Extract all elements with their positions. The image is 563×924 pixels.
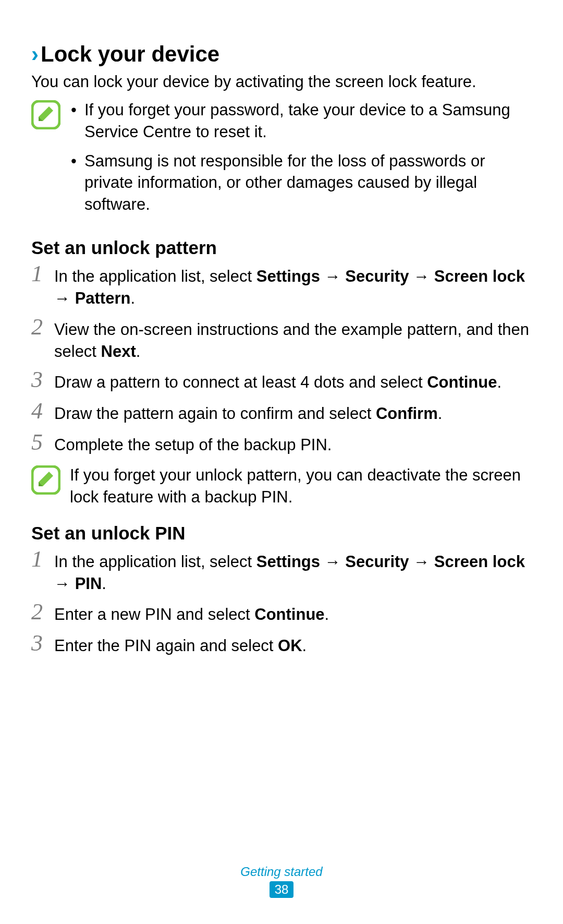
step-text: Enter a new PIN and select Continue. — [54, 603, 532, 626]
subsection-heading: Set an unlock PIN — [31, 523, 532, 544]
step-item: 3 Enter the PIN again and select OK. — [31, 634, 532, 657]
section-title: Lock your device — [41, 42, 219, 67]
document-page: › Lock your device You can lock your dev… — [0, 0, 563, 924]
step-text: Draw the pattern again to confirm and se… — [54, 402, 532, 425]
step-item: 1 In the application list, select Settin… — [31, 265, 532, 309]
step-number: 1 — [31, 262, 54, 285]
step-number: 2 — [31, 601, 54, 623]
step-text: Complete the setup of the backup PIN. — [54, 433, 532, 456]
note-icon — [31, 465, 60, 495]
note-block: If you forget your password, take your d… — [31, 99, 532, 223]
step-list: 1 In the application list, select Settin… — [31, 550, 532, 657]
page-footer: Getting started 38 — [0, 865, 563, 898]
step-item: 2 Enter a new PIN and select Continue. — [31, 603, 532, 626]
step-number: 2 — [31, 316, 54, 339]
chevron-right-icon: › — [31, 42, 39, 67]
section-heading: › Lock your device — [31, 42, 532, 67]
subsection-heading: Set an unlock pattern — [31, 237, 532, 258]
step-number: 1 — [31, 548, 54, 571]
step-item: 2 View the on-screen instructions and th… — [31, 318, 532, 363]
bullet-list: If you forget your password, take your d… — [70, 99, 532, 215]
step-item: 3 Draw a pattern to connect at least 4 d… — [31, 370, 532, 393]
note-block: If you forget your unlock pattern, you c… — [31, 464, 532, 508]
step-list: 1 In the application list, select Settin… — [31, 265, 532, 456]
step-text: In the application list, select Settings… — [54, 550, 532, 595]
footer-category: Getting started — [0, 865, 563, 879]
note-icon — [31, 100, 60, 129]
step-item: 5 Complete the setup of the backup PIN. — [31, 433, 532, 456]
step-text: View the on-screen instructions and the … — [54, 318, 532, 363]
step-text: Draw a pattern to connect at least 4 dot… — [54, 370, 532, 393]
step-number: 5 — [31, 431, 54, 454]
step-number: 3 — [31, 632, 54, 655]
bullet-item: Samsung is not responsible for the loss … — [70, 150, 532, 216]
note-content: If you forget your password, take your d… — [70, 99, 532, 223]
step-item: 4 Draw the pattern again to confirm and … — [31, 402, 532, 425]
bullet-item: If you forget your password, take your d… — [70, 99, 532, 143]
intro-text: You can lock your device by activating t… — [31, 71, 532, 93]
note-content: If you forget your unlock pattern, you c… — [70, 464, 532, 508]
step-text: Enter the PIN again and select OK. — [54, 634, 532, 657]
step-item: 1 In the application list, select Settin… — [31, 550, 532, 595]
step-number: 4 — [31, 400, 54, 423]
page-number: 38 — [270, 881, 294, 898]
step-number: 3 — [31, 368, 54, 391]
step-text: In the application list, select Settings… — [54, 265, 532, 309]
